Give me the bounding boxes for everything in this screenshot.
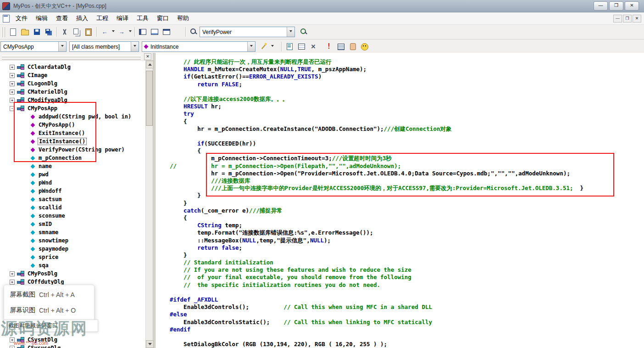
tree-item[interactable]: smID: [0, 220, 146, 228]
copy-button[interactable]: [71, 26, 83, 38]
tree-item[interactable]: +CSysmtDlg: [0, 336, 146, 344]
menu-item-4[interactable]: 工程: [92, 12, 112, 24]
helper-button[interactable]: [359, 41, 371, 52]
scrollbar-thumb[interactable]: [146, 71, 153, 126]
compile-button[interactable]: [283, 41, 295, 52]
scroll-up-button[interactable]: [146, 61, 154, 68]
screenshot-menu-item-0[interactable]: 屏幕截图Ctrl + Alt + A: [4, 287, 94, 303]
menu-item-1[interactable]: 编辑: [32, 12, 52, 24]
go-button[interactable]: [335, 41, 347, 52]
tree-item[interactable]: scallid: [0, 203, 146, 212]
undo-dropdown[interactable]: [111, 25, 116, 39]
tree-item[interactable]: sprice: [0, 253, 146, 261]
screenshot-hide-window-option[interactable]: 截图时隐藏当前窗口: [4, 320, 98, 332]
wizard-actions-dropdown[interactable]: [270, 39, 275, 54]
undo-button[interactable]: ←: [99, 26, 111, 38]
cut-button[interactable]: [59, 26, 71, 38]
toolbar-gripper[interactable]: [2, 27, 5, 37]
expand-toggle-icon[interactable]: +: [10, 346, 15, 348]
mdi-minimize-button[interactable]: —: [613, 15, 622, 22]
tree-item[interactable]: spaymodep: [0, 245, 146, 253]
tree-item[interactable]: sqa: [0, 261, 146, 269]
tree-item[interactable]: +CMaterielDlg: [0, 88, 146, 96]
tree-item[interactable]: pWndoff: [0, 187, 146, 195]
expand-toggle-icon[interactable]: +: [10, 81, 15, 86]
wizard-actions-button[interactable]: [258, 41, 270, 52]
tree-item[interactable]: +CCleardataDlg: [0, 63, 146, 71]
class-combo[interactable]: CMyPosApp: [0, 41, 67, 52]
menu-item-0[interactable]: 文件: [11, 12, 32, 24]
build-button[interactable]: [295, 41, 307, 52]
tree-item[interactable]: +CLogonDlg: [0, 79, 146, 88]
close-button[interactable]: ✕: [625, 1, 639, 11]
member-combo-dropdown[interactable]: [247, 42, 255, 51]
restore-button[interactable]: ❐: [609, 1, 623, 11]
mdi-restore-button[interactable]: ❐: [623, 15, 632, 22]
mdi-close-button[interactable]: ✕: [633, 15, 641, 22]
tree-item[interactable]: +CMyPosDlg: [0, 269, 146, 278]
tree-item[interactable]: InitInstance(): [0, 137, 146, 146]
execute-button[interactable]: !: [323, 41, 335, 52]
tree-item[interactable]: pWnd: [0, 179, 146, 187]
menu-item-5[interactable]: 编译: [112, 12, 133, 24]
tree-item[interactable]: snowtimep: [0, 236, 146, 245]
menu-item-2[interactable]: 查看: [52, 12, 72, 24]
save-button[interactable]: [31, 26, 43, 38]
menu-item-7[interactable]: 窗口: [153, 12, 173, 24]
expand-toggle-icon[interactable]: -: [10, 106, 15, 111]
tree-item[interactable]: m_pConnection: [0, 154, 146, 162]
workspace-toggle-button[interactable]: [137, 26, 149, 38]
find-combo[interactable]: VerifyPower: [200, 27, 295, 37]
tree-item[interactable]: sactsum: [0, 195, 146, 203]
filter-combo[interactable]: [All class members]: [69, 41, 139, 52]
expand-toggle-icon[interactable]: +: [10, 337, 15, 342]
window-title: MyPos - 创天中文VC++ - [MyPos.cpp]: [13, 2, 106, 10]
tree-scrollbar[interactable]: [145, 61, 153, 348]
tree-item[interactable]: CMyPosApp(): [0, 121, 146, 129]
member-variable-icon: [31, 180, 35, 185]
breakpoint-hand-button[interactable]: [347, 41, 359, 52]
expand-toggle-icon[interactable]: +: [10, 73, 15, 78]
minimize-button[interactable]: —: [594, 1, 608, 11]
expand-toggle-icon[interactable]: +: [10, 90, 15, 95]
find-combo-dropdown[interactable]: [287, 27, 294, 37]
save-all-button[interactable]: [43, 26, 55, 38]
output-toggle-button[interactable]: [149, 26, 161, 38]
menu-item-3[interactable]: 插入: [72, 12, 92, 24]
tree-item[interactable]: +CSysuseDlg: [0, 344, 146, 348]
tree-item[interactable]: +CModifyqaDlg: [0, 96, 146, 104]
tree-item[interactable]: name: [0, 162, 146, 170]
code-line: // hr = m_pConnection->Open(Filepath,"",…: [170, 163, 644, 170]
menu-item-6[interactable]: 工具: [133, 12, 153, 24]
tree-item[interactable]: -CMyPosApp: [0, 104, 146, 112]
tree-item[interactable]: VerifyPower(CString power): [0, 146, 146, 154]
stop-build-button[interactable]: ✕: [307, 41, 319, 52]
screenshot-menu-item-1[interactable]: 屏幕识图Ctrl + Alt + O: [4, 303, 94, 318]
expand-toggle-icon[interactable]: +: [10, 65, 15, 70]
expand-toggle-icon[interactable]: +: [10, 280, 15, 285]
member-combo[interactable]: InitInstance: [142, 41, 255, 52]
paste-button[interactable]: [83, 26, 94, 38]
menu-item-8[interactable]: 帮助: [173, 12, 193, 24]
panel-close-button[interactable]: ✕: [144, 53, 151, 60]
tree-item[interactable]: ExitInstance(): [0, 129, 146, 137]
tree-item[interactable]: sconsume: [0, 212, 146, 220]
find-in-files-button[interactable]: [188, 26, 200, 38]
new-file-button[interactable]: [7, 26, 19, 38]
tree-item[interactable]: +CImage: [0, 71, 146, 79]
redo-button[interactable]: →: [116, 26, 128, 38]
code-line: if(SUCCEEDED(hr)): [170, 140, 644, 147]
class-combo-dropdown[interactable]: [58, 42, 66, 51]
expand-toggle-icon[interactable]: +: [10, 271, 15, 276]
tree-item[interactable]: addpwd(CString pwd, bool in): [0, 112, 146, 121]
filter-combo-dropdown[interactable]: [131, 42, 139, 51]
open-button[interactable]: [19, 26, 31, 38]
scroll-down-button[interactable]: [146, 340, 154, 348]
tree-item[interactable]: smname: [0, 228, 146, 236]
redo-dropdown[interactable]: [128, 25, 133, 39]
window-list-button[interactable]: [161, 26, 172, 38]
code-editor[interactable]: // 此程序只能运行一次，用互斥量来判断程序是否已运行 HANDLE m_hMu…: [155, 53, 644, 348]
expand-toggle-icon[interactable]: +: [10, 98, 15, 103]
search-button[interactable]: [298, 26, 310, 38]
tree-item[interactable]: pwd: [0, 170, 146, 179]
